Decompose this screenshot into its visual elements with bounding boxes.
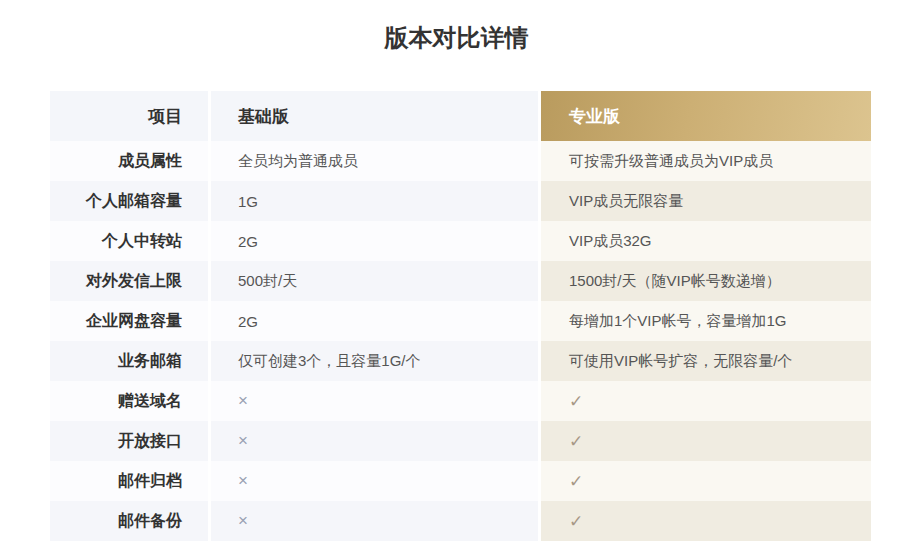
table-row: 成员属性 全员均为普通成员 可按需升级普通成员为VIP成员: [50, 141, 871, 181]
pro-version-value: ✓: [541, 501, 871, 541]
row-item-label: 开放接口: [50, 421, 208, 461]
table-header-row: 项目 基础版 专业版: [50, 91, 871, 141]
table-row: 对外发信上限 500封/天 1500封/天（随VIP帐号数递增）: [50, 261, 871, 301]
table-row: 开放接口 × ✓: [50, 421, 871, 461]
table-row: 赠送域名 × ✓: [50, 381, 871, 421]
comparison-table: 项目 基础版 专业版 成员属性 全员均为普通成员 可按需升级普通成员为VIP成员…: [50, 91, 871, 541]
pro-version-value: 可按需升级普通成员为VIP成员: [541, 141, 871, 181]
row-item-label: 对外发信上限: [50, 261, 208, 301]
version-comparison-page: 版本对比详情 项目 基础版 专业版 成员属性 全员均为普通成员 可按需升级普通成…: [0, 0, 913, 545]
basic-version-value: 500封/天: [211, 261, 538, 301]
row-item-label: 赠送域名: [50, 381, 208, 421]
pro-version-value: ✓: [541, 461, 871, 501]
table-row: 个人中转站 2G VIP成员32G: [50, 221, 871, 261]
pro-version-value: 1500封/天（随VIP帐号数递增）: [541, 261, 871, 301]
pro-version-value: ✓: [541, 381, 871, 421]
basic-version-value: 1G: [211, 181, 538, 221]
row-item-label: 个人邮箱容量: [50, 181, 208, 221]
table-row: 邮件备份 × ✓: [50, 501, 871, 541]
table-row: 业务邮箱 仅可创建3个，且容量1G/个 可使用VIP帐号扩容，无限容量/个: [50, 341, 871, 381]
column-header-basic: 基础版: [211, 91, 538, 141]
basic-version-value: 2G: [211, 221, 538, 261]
table-row: 邮件归档 × ✓: [50, 461, 871, 501]
basic-version-value: ×: [211, 501, 538, 541]
row-item-label: 个人中转站: [50, 221, 208, 261]
basic-version-value: 2G: [211, 301, 538, 341]
column-header-item: 项目: [50, 91, 208, 141]
row-item-label: 邮件归档: [50, 461, 208, 501]
table-row: 企业网盘容量 2G 每增加1个VIP帐号，容量增加1G: [50, 301, 871, 341]
page-title: 版本对比详情: [0, 22, 913, 54]
row-item-label: 企业网盘容量: [50, 301, 208, 341]
pro-version-value: VIP成员32G: [541, 221, 871, 261]
table-row: 个人邮箱容量 1G VIP成员无限容量: [50, 181, 871, 221]
pro-version-value: ✓: [541, 421, 871, 461]
pro-version-value: 每增加1个VIP帐号，容量增加1G: [541, 301, 871, 341]
pro-version-value: VIP成员无限容量: [541, 181, 871, 221]
basic-version-value: ×: [211, 381, 538, 421]
basic-version-value: 全员均为普通成员: [211, 141, 538, 181]
basic-version-value: ×: [211, 461, 538, 501]
pro-version-value: 可使用VIP帐号扩容，无限容量/个: [541, 341, 871, 381]
basic-version-value: ×: [211, 421, 538, 461]
basic-version-value: 仅可创建3个，且容量1G/个: [211, 341, 538, 381]
row-item-label: 业务邮箱: [50, 341, 208, 381]
row-item-label: 成员属性: [50, 141, 208, 181]
row-item-label: 邮件备份: [50, 501, 208, 541]
table-body: 成员属性 全员均为普通成员 可按需升级普通成员为VIP成员 个人邮箱容量 1G …: [50, 141, 871, 541]
column-header-pro: 专业版: [541, 91, 871, 141]
